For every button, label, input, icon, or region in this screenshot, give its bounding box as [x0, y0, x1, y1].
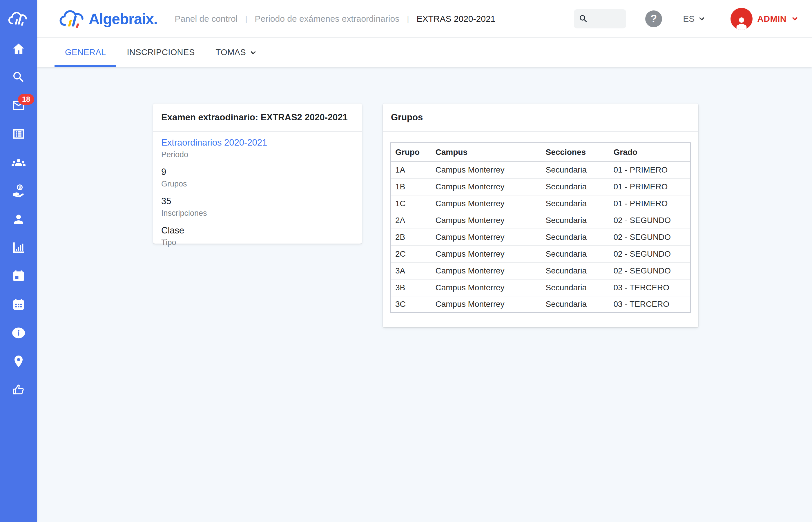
cloud-logo-icon	[8, 10, 29, 27]
col-grado: Grado	[610, 143, 690, 162]
sidebar: 18 $	[0, 0, 37, 522]
calendar-grid-icon	[12, 298, 25, 312]
breadcrumb-periodo-examenes[interactable]: Periodo de exámenes extraordinarios	[255, 14, 400, 24]
sidebar-item-messages[interactable]: 18	[12, 99, 25, 113]
sidebar-item-profile[interactable]	[12, 212, 25, 226]
sidebar-item-home[interactable]	[12, 42, 25, 56]
grupos-value: 9	[161, 166, 354, 178]
sidebar-item-search[interactable]	[12, 70, 25, 84]
thumbs-up-icon	[12, 383, 25, 397]
table-row[interactable]: 2ACampus MonterreySecundaria02 - SEGUNDO	[391, 212, 690, 229]
tab-inscripciones[interactable]: INSCRIPCIONES	[116, 38, 205, 67]
table-row[interactable]: 3ACampus MonterreySecundaria02 - SEGUNDO	[391, 262, 690, 279]
sidebar-nav: 18 $	[0, 38, 37, 397]
grupos-label: Grupos	[161, 179, 354, 188]
sidebar-item-feedback[interactable]	[12, 383, 25, 397]
breadcrumb: Panel de control | Periodo de exámenes e…	[175, 14, 495, 24]
table-row[interactable]: 3CCampus MonterreySecundaria03 - TERCERO	[391, 296, 690, 313]
user-menu[interactable]: ADMIN	[731, 8, 799, 30]
periodo-label: Periodo	[161, 150, 354, 159]
inscripciones-label: Inscripciones	[161, 208, 354, 218]
sidebar-item-info[interactable]	[12, 326, 25, 340]
event-calendar-icon	[12, 269, 25, 283]
col-campus: Campus	[431, 143, 542, 162]
main-content: Examen extraodinario: EXTRAS2 2020-2021 …	[37, 67, 812, 522]
language-label: ES	[683, 14, 694, 24]
col-secciones: Secciones	[542, 143, 610, 162]
home-icon	[12, 42, 25, 56]
info-icon	[12, 326, 25, 340]
tipo-value: Clase	[161, 225, 354, 236]
breadcrumb-separator: |	[407, 14, 409, 23]
groups-card-body: Grupo Campus Secciones Grado 1ACampus Mo…	[383, 132, 698, 321]
tab-tomas[interactable]: TOMAS	[205, 38, 267, 67]
bar-chart-icon	[12, 241, 25, 255]
search-input[interactable]	[591, 14, 623, 23]
table-header-row: Grupo Campus Secciones Grado	[391, 143, 690, 162]
exam-card-title: Examen extraodinario: EXTRAS2 2020-2021	[153, 103, 362, 132]
search-icon	[12, 70, 25, 84]
tab-general[interactable]: GENERAL	[55, 38, 116, 67]
breadcrumb-current: EXTRAS 2020-2021	[417, 14, 495, 24]
list-icon	[12, 127, 25, 141]
sidebar-item-lists[interactable]	[12, 127, 25, 141]
chevron-down-icon	[249, 49, 257, 57]
groups-card-title: Grupos	[383, 103, 698, 132]
user-name: ADMIN	[757, 14, 787, 24]
location-pin-icon	[12, 354, 25, 368]
table-row[interactable]: 1ACampus MonterreySecundaria01 - PRIMERO	[391, 162, 690, 178]
table-row[interactable]: 1CCampus MonterreySecundaria01 - PRIMERO	[391, 195, 690, 212]
field-grupos: 9 Grupos	[161, 166, 354, 188]
sidebar-item-reports[interactable]	[12, 241, 25, 255]
inscripciones-value: 35	[161, 196, 354, 207]
groups-card: Grupos Grupo Campus Secciones Grado 1ACa…	[383, 103, 698, 327]
notification-badge: 18	[18, 94, 34, 105]
brand-wordmark: Algebraix.	[89, 10, 157, 27]
chevron-down-icon	[698, 15, 706, 23]
sidebar-item-payments[interactable]: $	[12, 184, 25, 198]
table-row[interactable]: 1BCampus MonterreySecundaria01 - PRIMERO	[391, 178, 690, 195]
field-tipo: Clase Tipo	[161, 225, 354, 247]
field-inscripciones: 35 Inscripciones	[161, 196, 354, 218]
search-box[interactable]	[574, 9, 626, 28]
search-icon	[578, 14, 588, 24]
help-icon: ?	[650, 13, 657, 25]
app-logo-mini[interactable]	[0, 0, 37, 38]
field-periodo: Extraordinarios 2020-2021 Periodo	[161, 137, 354, 159]
table-row[interactable]: 2BCampus MonterreySecundaria02 - SEGUNDO	[391, 229, 690, 246]
chevron-down-icon	[791, 15, 799, 23]
hand-dollar-icon: $	[12, 184, 25, 198]
breadcrumb-separator: |	[245, 14, 247, 23]
sidebar-item-groups[interactable]	[12, 156, 25, 169]
table-row[interactable]: 2CCampus MonterreySecundaria02 - SEGUNDO	[391, 246, 690, 262]
table-row[interactable]: 3BCampus MonterreySecundaria03 - TERCERO	[391, 279, 690, 296]
periodo-link[interactable]: Extraordinarios 2020-2021	[161, 137, 354, 148]
person-icon	[12, 212, 25, 226]
sidebar-item-location[interactable]	[12, 354, 25, 368]
people-icon	[12, 156, 25, 169]
top-actions: ? ES ADMIN	[574, 8, 799, 30]
exam-summary-card: Examen extraodinario: EXTRAS2 2020-2021 …	[153, 103, 362, 244]
tipo-label: Tipo	[161, 238, 354, 247]
groups-table: Grupo Campus Secciones Grado 1ACampus Mo…	[390, 142, 691, 313]
tab-bar: GENERAL INSCRIPCIONES TOMAS	[37, 38, 812, 67]
language-selector[interactable]: ES	[683, 14, 706, 24]
sidebar-item-calendar[interactable]	[12, 298, 25, 312]
help-button[interactable]: ?	[645, 11, 662, 27]
breadcrumb-panel-de-control[interactable]: Panel de control	[175, 14, 238, 24]
algebraix-logo[interactable]: Algebraix.	[59, 8, 157, 30]
avatar	[731, 8, 753, 30]
col-grupo: Grupo	[391, 143, 431, 162]
exam-card-body: Extraordinarios 2020-2021 Periodo 9 Grup…	[153, 132, 362, 260]
svg-text:$: $	[19, 185, 21, 190]
top-bar: Algebraix. Panel de control | Periodo de…	[37, 0, 812, 38]
algebraix-cloud-icon	[59, 8, 86, 30]
avatar-person-icon	[734, 15, 749, 30]
sidebar-item-events[interactable]	[12, 269, 25, 283]
